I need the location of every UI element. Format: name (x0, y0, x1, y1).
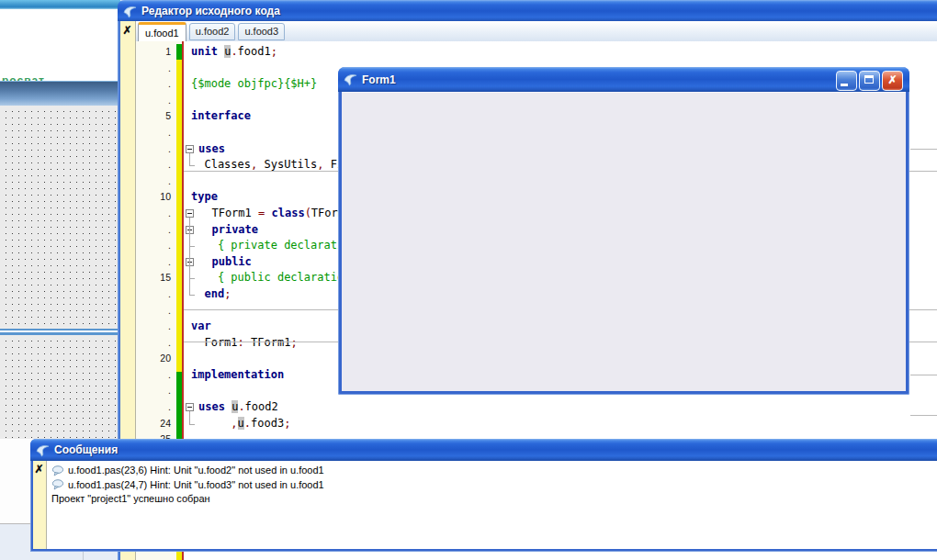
gutter-line-number: . (136, 157, 176, 174)
section-divider-line (910, 149, 937, 150)
code-token: interface (191, 109, 251, 122)
messages-side-strip: ✗ (33, 461, 47, 549)
editor-close-page-button[interactable]: ✗ (121, 24, 133, 37)
fold-toggle-icon[interactable] (186, 145, 194, 153)
gutter-line-number: . (136, 367, 176, 384)
gutter-line-number: . (136, 61, 176, 77)
tab-u.food1[interactable]: u.food1 (138, 22, 186, 42)
gutter-line-number: . (136, 319, 176, 335)
fold-range-tick (189, 165, 195, 166)
code-token: private (211, 223, 258, 236)
fold-range-tick (189, 295, 195, 296)
gutter-line-number: . (136, 125, 176, 141)
lazarus-icon (344, 73, 357, 86)
code-line: ,u.food3; (184, 416, 937, 432)
code-line: unit u.food1; (184, 44, 937, 61)
section-divider-line (910, 375, 937, 375)
designer-windows-separator (0, 329, 120, 335)
maximize-icon (864, 75, 874, 84)
close-button[interactable]: ✗ (882, 71, 903, 91)
message-text: u.food1.pas(24,7) Hint: Unit "u.food3" n… (68, 478, 324, 493)
background-form-titlebar (0, 81, 120, 106)
code-token: food2 (245, 400, 278, 413)
gutter-line-number: . (136, 286, 176, 303)
code-token: {$mode objfpc}{$H+} (191, 77, 317, 90)
code-token (191, 417, 231, 430)
gutter-line-number: . (136, 76, 176, 93)
minimize-icon (841, 84, 848, 86)
form-designer-grid-bottom (0, 335, 120, 439)
code-line: uses u.food2 (184, 399, 937, 416)
fold-toggle-icon[interactable] (186, 403, 194, 411)
fold-range-tick (189, 424, 195, 425)
code-token (198, 223, 211, 236)
gutter-line-number: 20 (136, 351, 176, 367)
code-token: implementation (191, 368, 284, 381)
gutter-line-number: . (136, 303, 176, 319)
message-item[interactable]: Проект "project1" успешно собран (51, 492, 937, 507)
form1-titlebar[interactable]: Form1 ✗ (338, 67, 909, 92)
code-token: food3 (251, 417, 284, 430)
gutter-line-number: 1 (136, 44, 176, 61)
code-token: food1 (238, 45, 271, 58)
gutter-line-number: 24 (136, 416, 176, 432)
code-token: ; (224, 287, 231, 300)
source-editor-title: Редактор исходного кода (141, 5, 280, 17)
message-item[interactable]: u.food1.pas(23,6) Hint: Unit "u.food2" n… (51, 464, 937, 478)
gutter-line-number: . (136, 174, 176, 190)
form1-window: Form1 ✗ (338, 67, 909, 395)
message-item[interactable]: u.food1.pas(24,7) Hint: Unit "u.food3" n… (51, 478, 937, 493)
lazarus-icon (36, 443, 50, 457)
code-token: class (272, 207, 305, 219)
source-editor-titlebar[interactable]: Редактор исходного кода (118, 0, 937, 22)
messages-close-button[interactable]: ✗ (33, 463, 45, 476)
code-token: type (191, 190, 218, 203)
highlighted-occurrence: u (238, 417, 244, 430)
tab-u.food2[interactable]: u.food2 (189, 23, 236, 40)
gutter-line-number: . (136, 335, 176, 352)
code-token: . (231, 45, 237, 58)
messages-list: u.food1.pas(23,6) Hint: Unit "u.food2" n… (51, 464, 937, 507)
messages-title: Сообщения (54, 443, 118, 456)
form1-title: Form1 (362, 73, 396, 86)
gutter-line-number: . (136, 206, 176, 222)
code-token: end (204, 287, 224, 300)
tab-u.food3[interactable]: u.food3 (238, 23, 285, 40)
code-token: , (231, 417, 237, 430)
message-text: u.food1.pas(23,6) Hint: Unit "u.food2" n… (68, 464, 324, 478)
fold-range-tick (189, 278, 195, 279)
code-token: public (211, 255, 251, 268)
maximize-button[interactable] (859, 71, 880, 91)
speech-bubble-icon (51, 465, 64, 476)
form-designer-grid-top (0, 106, 120, 329)
fold-range-line (189, 153, 190, 166)
code-token: SysUtils (257, 158, 317, 171)
gutter-line-number: . (136, 93, 176, 109)
gutter-line-number: . (136, 383, 176, 399)
gutter-line-number: . (136, 254, 176, 271)
gutter-line-number: 5 (136, 108, 176, 125)
code-token: var (191, 319, 211, 332)
code-token: ; (284, 417, 290, 430)
code-token: uses (198, 142, 225, 155)
code-token: . (238, 400, 244, 413)
gutter-line-number: . (136, 238, 176, 254)
fold-toggle-icon[interactable] (186, 209, 194, 218)
code-token: ( (305, 207, 311, 219)
code-token (198, 255, 211, 268)
message-text: Проект "project1" успешно собран (51, 492, 210, 507)
form1-client-area[interactable] (342, 92, 906, 391)
minimize-button[interactable] (836, 71, 857, 91)
speech-bubble-icon (51, 479, 64, 490)
code-token: uses (198, 400, 225, 413)
editor-tab-bar: u.food1u.food2u.food3 (136, 21, 937, 42)
messages-titlebar[interactable]: Сообщения (30, 439, 937, 461)
messages-window: Сообщения ✗ u.food1.pas(23,6) Hint: Unit… (30, 439, 937, 552)
screen: росват Редактор исходного кода ✗ u.food1… (0, 0, 937, 560)
gutter-line-number: . (136, 141, 176, 158)
code-token: , (317, 158, 323, 171)
lazarus-icon (123, 5, 137, 18)
background-white-panel: росват (0, 9, 120, 82)
code-token: unit (191, 45, 218, 58)
background-window-edge (0, 0, 120, 9)
